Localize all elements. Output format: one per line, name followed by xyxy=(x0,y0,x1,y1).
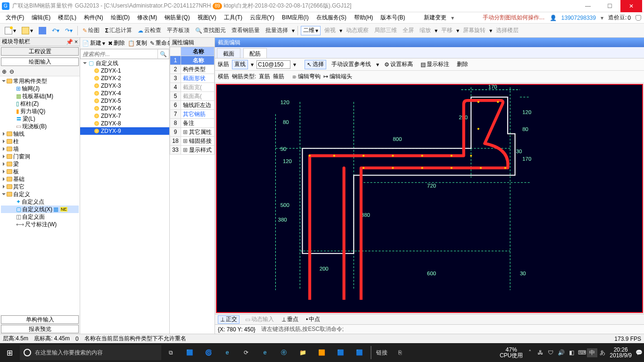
bell-icon[interactable] xyxy=(636,15,641,21)
refresh-icon[interactable]: ⟳ xyxy=(237,343,256,362)
tray-kb-icon[interactable]: ⌨ xyxy=(577,349,587,356)
btn-manual-ref[interactable]: 手动设置参考线 xyxy=(329,60,373,69)
tree-cust-pt[interactable]: 自定义点 xyxy=(22,198,44,206)
canvas[interactable]: 170 120 120 250 80 80 30 170 800 50 500 … xyxy=(216,84,643,313)
pin-icon[interactable]: 📌 × xyxy=(66,39,78,45)
menu-view[interactable]: 视图(V) xyxy=(195,14,219,22)
app4-icon[interactable]: 🟦 xyxy=(331,343,350,362)
tab-draw-input[interactable]: 绘图输入 xyxy=(1,58,79,66)
tab-reinforce[interactable]: 配筋 xyxy=(243,48,267,58)
tab-section[interactable]: 截面 xyxy=(217,48,240,58)
cl-item-0[interactable]: ZDYX-1 xyxy=(101,67,121,74)
search-button[interactable]: 🔍 xyxy=(158,49,169,59)
app2-icon[interactable]: 🌀 xyxy=(199,343,218,362)
menu-bim[interactable]: BIM应用(I) xyxy=(279,14,312,22)
menu-version[interactable]: 版本号(B) xyxy=(378,14,408,22)
app5-icon[interactable]: 🟦 xyxy=(350,343,369,362)
tree-col[interactable]: 框柱(Z) xyxy=(20,100,39,108)
tree-g-opening[interactable]: 门窗洞 xyxy=(13,153,30,161)
btn-bend[interactable]: ⎄ 编辑弯钩 xyxy=(293,73,320,81)
menu-file[interactable]: 文件(F) xyxy=(3,14,27,22)
tb-full[interactable]: 全屏 xyxy=(401,25,416,36)
cl-copy[interactable]: 📋复制 xyxy=(127,39,148,47)
tree-g-wall[interactable]: 墙 xyxy=(13,145,19,153)
tree-g-beam[interactable]: 梁 xyxy=(13,160,19,168)
tb-new[interactable]: ▾ xyxy=(3,25,18,36)
maximize-button[interactable]: ☐ xyxy=(599,0,620,12)
tb-pickfloor[interactable]: 选择楼层 xyxy=(494,25,520,36)
tree-cust-dim[interactable]: 尺寸标注(W) xyxy=(25,221,57,229)
tb-find[interactable]: 🔍查找图元 xyxy=(193,25,228,36)
btn-select[interactable]: ↖ 选择 xyxy=(305,60,326,69)
start-button[interactable]: ⊞ xyxy=(0,343,19,362)
tree-cust-line[interactable]: 自定义线(X) xyxy=(22,206,52,214)
tab-single-input[interactable]: 单构件输入 xyxy=(1,315,79,324)
btn-zhi[interactable]: 直筋 xyxy=(259,73,270,81)
tree-slab[interactable]: 现浇板(B) xyxy=(22,123,47,131)
tb-rotate[interactable]: 屏幕旋转 xyxy=(461,25,487,36)
btn-end[interactable]: ↦ 编辑端头 xyxy=(323,73,352,81)
minimize-button[interactable]: — xyxy=(577,0,599,12)
tb-link[interactable]: 链接 xyxy=(373,349,390,357)
tb-dynview[interactable]: 动态观察 xyxy=(344,25,371,36)
cl-item-7[interactable]: ZDYX-8 xyxy=(101,120,121,127)
tb-draw[interactable]: ✎绘图 xyxy=(81,25,101,36)
btn-delete[interactable]: 删除 xyxy=(454,60,471,69)
tray-jp-icon[interactable]: あ xyxy=(597,349,608,357)
menu-cloud[interactable]: 云应用(Y) xyxy=(247,14,277,22)
account-number[interactable]: 13907298339 xyxy=(561,15,596,21)
tree-shear[interactable]: 剪力墙(Q) xyxy=(20,107,45,115)
tree-raft[interactable]: 筏板基础(M) xyxy=(22,92,53,100)
tb-zoom[interactable]: 缩放 xyxy=(418,25,433,36)
app3-icon[interactable]: 🟧 xyxy=(312,343,331,362)
hint-link[interactable]: 手动分割图纸如何操作… xyxy=(483,14,545,22)
cl-new[interactable]: 📄新建▾ xyxy=(81,39,106,47)
ime-indicator[interactable]: 中 xyxy=(587,348,597,357)
tb-undo[interactable]: ↶▾ xyxy=(50,25,61,36)
cl-item-3[interactable]: ZDYX-4 xyxy=(101,90,121,97)
tray-app-icon[interactable]: ◧ xyxy=(566,349,577,356)
menu-newchange[interactable]: 新建变更 xyxy=(421,14,449,22)
menu-draw[interactable]: 绘图(D) xyxy=(108,14,133,22)
tb-link-icon[interactable]: ⎘ xyxy=(390,343,409,362)
tb-viewsteel[interactable]: 查看钢筋量 xyxy=(230,25,262,36)
btn-show-mark[interactable]: ▤ 显示标注 xyxy=(418,60,452,69)
taskbar-search[interactable]: 在这里输入你要搜索的内容 xyxy=(20,345,161,360)
clock[interactable]: 20:262018/9/9 xyxy=(608,347,634,358)
menu-help[interactable]: 帮助(H) xyxy=(351,14,376,22)
btn-line[interactable]: 直线 xyxy=(232,60,248,69)
edge-icon[interactable]: e xyxy=(218,343,237,362)
btn-perp[interactable]: ⊥ 垂点 xyxy=(280,315,300,324)
tab-report[interactable]: 报表预览 xyxy=(1,325,79,333)
btn-ortho[interactable]: ⊥ 正交 xyxy=(218,315,239,324)
cl-item-2[interactable]: ZDYX-3 xyxy=(101,82,121,89)
taskview-icon[interactable]: ⧉ xyxy=(161,343,180,362)
btn-dyninput[interactable]: ▭ 动态输入 xyxy=(243,315,276,324)
menu-modify[interactable]: 修改(M) xyxy=(134,14,160,22)
menu-rebar[interactable]: 钢筋量(Q) xyxy=(162,14,192,22)
menu-tool[interactable]: 工具(T) xyxy=(221,14,245,22)
tb-save[interactable] xyxy=(37,25,48,36)
tree-common[interactable]: 常用构件类型 xyxy=(13,77,47,85)
close-button[interactable]: ✕ xyxy=(620,0,642,12)
tree-g-other[interactable]: 其它 xyxy=(13,183,25,191)
tb-sum[interactable]: Σ 汇总计算 xyxy=(103,25,134,36)
cl-del[interactable]: ✖删除 xyxy=(107,39,126,47)
cl-rename[interactable]: ✎重命名 xyxy=(149,39,169,47)
explorer-icon[interactable]: 📁 xyxy=(293,343,312,362)
search-input[interactable] xyxy=(80,49,158,59)
tray-net-icon[interactable]: 🖧 xyxy=(535,349,545,356)
tb-bird[interactable]: 俯视 xyxy=(322,25,338,36)
cl-item-5[interactable]: ZDYX-6 xyxy=(101,105,121,112)
ie-icon[interactable]: ⓔ xyxy=(274,343,293,362)
tree-expand-icon[interactable]: ⊕ xyxy=(2,68,7,75)
btn-mid[interactable]: • 中点 xyxy=(304,315,322,324)
tray-up-icon[interactable]: ˄ xyxy=(525,349,535,356)
tb-batch[interactable]: 批量选择 xyxy=(264,25,290,36)
btn-gu[interactable]: 箍筋 xyxy=(273,73,284,81)
tab-project-settings[interactable]: 工程设置 xyxy=(1,47,79,56)
app1-icon[interactable]: 🟦 xyxy=(180,343,199,362)
edge2-icon[interactable]: e xyxy=(256,343,274,362)
tree-collapse-icon[interactable]: ⊖ xyxy=(9,68,14,75)
cpu-meter[interactable]: 47%CPU使用 xyxy=(498,347,525,358)
